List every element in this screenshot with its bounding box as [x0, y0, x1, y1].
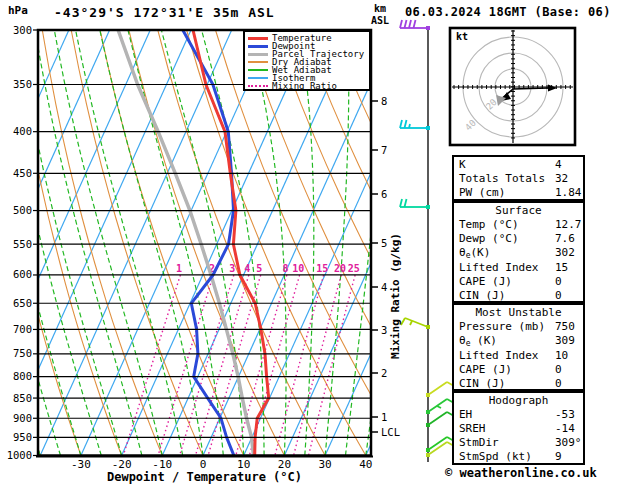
pressure-tick-label: 800 [13, 370, 32, 382]
pressure-tick-label: 900 [13, 412, 32, 424]
legend-swatch-thick [248, 37, 268, 40]
decorative-graphic: (K) [470, 334, 497, 347]
theta-e-label: θe (K) [459, 334, 497, 347]
hodo-value: 309° [555, 436, 582, 450]
wind-barb [400, 20, 430, 30]
hodograph-panel-title: Hodograph [459, 394, 583, 408]
index-value: 32 [555, 172, 568, 186]
wet-adiabat-line [76, 30, 183, 456]
surface-label: Temp (°C) [459, 218, 519, 231]
altitude-axis-unit-asl: ASL [371, 15, 389, 26]
theta-e-label: θe(K) [459, 246, 490, 259]
surface-value: 7.6 [555, 232, 575, 246]
surface-panel: Surface Temp (°C)12.7 Dewp (°C)7.6 θe(K)… [452, 201, 585, 303]
surface-value: 0 [555, 275, 562, 289]
most-unstable-panel: Most Unstable Pressure (mb)750 θe (K)309… [452, 303, 585, 391]
index-value: 4 [555, 158, 562, 172]
surface-value: 12.7 [555, 218, 582, 232]
hodo-row: StmSpd (kt)9 [459, 450, 583, 464]
isotherm-line [203, 30, 394, 456]
pressure-tick-label: 400 [13, 125, 32, 137]
decorative-graphic [428, 382, 447, 395]
decorative-graphic [428, 412, 447, 425]
legend-swatch-thin [248, 77, 268, 79]
legend-swatch-thin [248, 61, 268, 63]
wind-barb [426, 412, 454, 427]
lcl-label: LCL [381, 426, 400, 438]
station-title: -43°29'S 172°31'E 35m ASL [54, 5, 275, 20]
index-row: Totals Totals32 [459, 172, 583, 186]
km-tick-label: 7 [381, 144, 387, 156]
km-tick-label: 4 [381, 281, 387, 293]
wet-adiabat-line [54, 30, 162, 456]
mu-label: CIN (J) [459, 377, 505, 390]
mu-value: 309 [555, 334, 575, 348]
hodo-label: EH [459, 408, 472, 421]
copyright-footer: © weatheronline.co.uk [445, 466, 597, 480]
hodo-row: EH-53 [459, 408, 583, 422]
surface-row: Dewp (°C)7.6 [459, 232, 583, 246]
hodograph-stats-panel: Hodograph EH-53 SREH-14 StmDir309° StmSp… [452, 391, 585, 465]
mixing-ratio-line [158, 275, 213, 456]
surface-row: CAPE (J)0 [459, 275, 583, 289]
index-value: 1.84 [555, 186, 582, 200]
mu-value: 10 [555, 349, 568, 363]
legend-swatch-dotted [248, 85, 268, 87]
wind-barb [401, 318, 430, 329]
legend-swatch-thick [248, 45, 268, 48]
decorative-graphic: θ [459, 246, 466, 259]
mixing-ratio-axis-title: Mixing Ratio (g/kg) [389, 226, 403, 366]
surface-panel-title: Surface [459, 204, 583, 218]
wet-adiabat-line [100, 30, 203, 456]
hodo-value: -14 [555, 422, 575, 436]
legend-label: Mixing Ratio [272, 82, 337, 90]
mixing-ratio-value-label: 15 [316, 263, 328, 274]
isotherm-line [162, 30, 353, 456]
surface-row: CIN (J)0 [459, 289, 583, 303]
decorative-graphic [409, 124, 410, 128]
altitude-axis-unit-km: km [374, 3, 386, 14]
mixing-ratio-value-label: 1 [176, 263, 182, 274]
km-tick-label: 1 [381, 411, 387, 423]
surface-row: Lifted Index15 [459, 261, 583, 275]
isotherm-line [244, 30, 435, 456]
isotherm-line [0, 30, 69, 456]
surface-value: 15 [555, 261, 568, 275]
most-unstable-panel-title: Most Unstable [459, 306, 583, 320]
dry-adiabat-line [244, 30, 447, 456]
mu-row: Lifted Index10 [459, 349, 583, 363]
index-row: K4 [459, 158, 583, 172]
pressure-tick-label: 550 [13, 238, 32, 250]
mixing-ratio-value-label: 10 [292, 263, 304, 274]
decorative-graphic: e [466, 339, 471, 348]
mixing-ratio-value-label: 3 [229, 263, 235, 274]
mixing-ratio-value-label: 5 [256, 263, 262, 274]
surface-label: CAPE (J) [459, 275, 512, 288]
mixing-ratio-line [180, 275, 234, 456]
hodograph-plot: 2040 [450, 28, 575, 145]
mu-label: Pressure (mb) [459, 320, 545, 333]
pressure-tick-label: 600 [13, 268, 32, 280]
hodo-value: -53 [555, 408, 575, 422]
km-tick-label: 5 [381, 237, 387, 249]
surface-label: CIN (J) [459, 289, 505, 302]
x-axis-title: Dewpoint / Temperature (°C) [38, 470, 371, 484]
decorative-graphic [405, 318, 428, 327]
pressure-tick-label: 700 [13, 323, 32, 335]
km-tick-label: 2 [381, 367, 387, 379]
pressure-axis-unit: hPa [8, 4, 28, 17]
legend-swatch-thick [248, 53, 268, 56]
decorative-graphic [414, 20, 416, 28]
surface-row: Temp (°C)12.7 [459, 218, 583, 232]
pressure-tick-label: 450 [13, 167, 32, 179]
wet-adiabat-line [300, 30, 314, 456]
decorative-graphic [405, 199, 407, 207]
hodo-label: SREH [459, 422, 486, 435]
isotherm-line [81, 30, 272, 456]
decorative-graphic: e [466, 251, 471, 260]
decorative-graphic [405, 120, 407, 128]
pressure-tick-label: 1000 [7, 449, 32, 461]
hodo-row: StmDir309° [459, 436, 583, 450]
hodograph-unit-label: kt [456, 31, 468, 42]
dry-adiabat-line [591, 30, 629, 456]
